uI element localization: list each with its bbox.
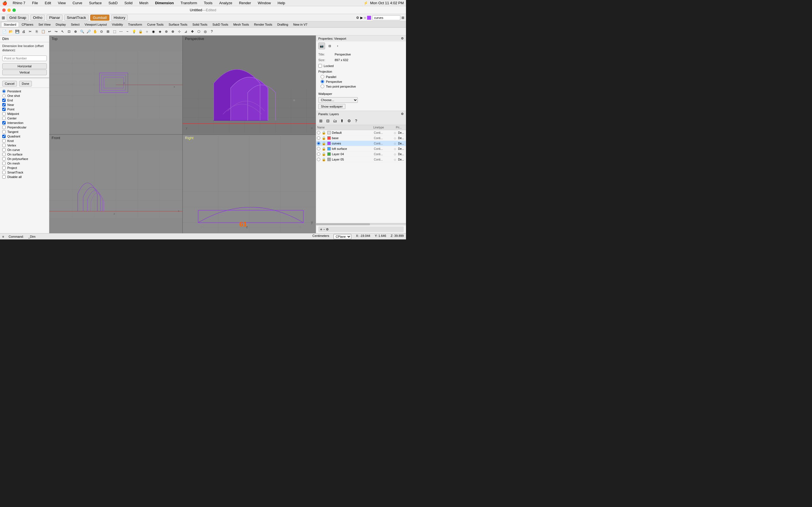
on-curve-check[interactable] xyxy=(2,148,6,152)
sidebar-toggle-btn[interactable]: ⊞ xyxy=(2,15,5,20)
tab-set-view[interactable]: Set View xyxy=(36,22,53,27)
tab-display[interactable]: Display xyxy=(53,22,68,27)
on-polysurface-check[interactable] xyxy=(2,157,6,161)
cplane-select[interactable]: CPlane xyxy=(334,234,351,239)
person-icon[interactable]: ♀ xyxy=(334,43,341,49)
circle-tool-btn[interactable]: ○ xyxy=(144,29,150,35)
new-layer-btn[interactable]: ⊞ xyxy=(318,118,324,124)
layer-lock-icon[interactable]: 🔒 xyxy=(321,147,326,151)
viewport-right[interactable]: 61 z y Right xyxy=(183,135,316,233)
ortho-btn[interactable]: Ortho xyxy=(31,15,45,20)
two-point-radio[interactable] xyxy=(320,84,324,88)
grid-btn[interactable]: ⊞ xyxy=(105,29,111,35)
tab-cplanes[interactable]: CPlanes xyxy=(19,22,36,27)
lock-btn[interactable]: 🔒 xyxy=(137,29,144,35)
menu-solid[interactable]: Solid xyxy=(123,1,134,5)
layer-visibility-icon[interactable] xyxy=(316,142,321,145)
dim-input[interactable] xyxy=(2,55,47,61)
center-check[interactable] xyxy=(2,117,6,120)
layer-lock-icon[interactable]: 🔒 xyxy=(321,142,326,145)
snap-on-polysurface[interactable]: On polysurface xyxy=(0,157,49,161)
zoom-plus-btn[interactable]: + xyxy=(320,227,322,231)
snap-project[interactable]: Project xyxy=(0,166,49,170)
snap-disable-all[interactable]: Disable all xyxy=(0,175,49,179)
undo-btn[interactable]: ↩ xyxy=(47,29,53,35)
layer-visibility-icon[interactable] xyxy=(316,158,321,161)
vertical-btn[interactable]: Vertical xyxy=(2,69,47,75)
select-btn[interactable]: ↖ xyxy=(59,29,66,35)
apple-icon[interactable]: 🍎 xyxy=(2,1,7,5)
print-btn[interactable]: 🖨 xyxy=(20,29,27,35)
tab-standard[interactable]: Standard xyxy=(1,22,19,27)
menu-render[interactable]: Render xyxy=(238,1,252,5)
sphere-btn[interactable]: ◉ xyxy=(150,29,156,35)
menu-view[interactable]: View xyxy=(57,1,67,5)
layer-visibility-icon[interactable] xyxy=(316,131,321,134)
layer-row[interactable]: 🔒 curves Conti... ◇ De... xyxy=(316,141,406,146)
tool9[interactable]: ⊕ xyxy=(170,29,176,35)
menu-tools[interactable]: Tools xyxy=(203,1,213,5)
snap-point[interactable]: Point xyxy=(0,107,49,112)
save-btn[interactable]: 💾 xyxy=(14,29,20,35)
new-sub-layer-btn[interactable]: ⊟ xyxy=(325,118,331,124)
window-select-btn[interactable]: ⊡ xyxy=(66,29,72,35)
persistent-radio[interactable] xyxy=(2,90,6,93)
layer-lock-icon[interactable]: 🔒 xyxy=(321,158,326,161)
mesh-btn[interactable]: ◈ xyxy=(157,29,163,35)
parallel-radio[interactable] xyxy=(320,75,324,78)
light-btn[interactable]: 💡 xyxy=(131,29,137,35)
redo-btn[interactable]: ↪ xyxy=(53,29,59,35)
gumball-btn[interactable]: Gumball xyxy=(90,15,109,20)
search-input[interactable] xyxy=(372,15,400,20)
locked-checkbox[interactable] xyxy=(318,64,322,68)
cut-btn[interactable]: ✂ xyxy=(27,29,33,35)
camera-icon[interactable]: 📷 xyxy=(318,43,325,49)
tab-curve-tools[interactable]: Curve Tools xyxy=(145,22,166,27)
layer-row[interactable]: 🔒 Default Conti... ◇ De... xyxy=(316,130,406,135)
tab-new-in-v7[interactable]: New in V7 xyxy=(291,22,310,27)
tab-solid-tools[interactable]: Solid Tools xyxy=(190,22,209,27)
up-layer-btn[interactable]: ⬆ xyxy=(339,118,345,124)
snap2[interactable]: ⊿ xyxy=(183,29,189,35)
menu-surface[interactable]: Surface xyxy=(88,1,103,5)
scrollbar-thumb[interactable] xyxy=(316,223,370,225)
layers-gear-icon[interactable]: ⚙ xyxy=(401,112,404,116)
horizontal-btn[interactable]: Horizontal xyxy=(2,63,47,69)
snap-on-surface[interactable]: On surface xyxy=(0,152,49,157)
new-btn[interactable]: 📄 xyxy=(1,29,7,35)
on-mesh-check[interactable] xyxy=(2,162,6,165)
layer-lock-icon[interactable]: 🔒 xyxy=(321,152,326,156)
cancel-btn[interactable]: Cancel xyxy=(2,81,17,87)
planar-btn[interactable]: Planar xyxy=(47,15,63,20)
smart-track-btn[interactable]: SmartTrack xyxy=(64,15,89,20)
end-check[interactable] xyxy=(2,99,6,102)
grid-snap-btn[interactable]: Grid Snap xyxy=(7,15,29,20)
intersection-check[interactable] xyxy=(2,121,6,124)
two-point-radio-item[interactable]: Two point perspective xyxy=(320,84,404,88)
snap-on-curve[interactable]: On curve xyxy=(0,148,49,152)
tab-viewport-layout[interactable]: Viewport Layout xyxy=(82,22,109,27)
show-wallpaper-btn[interactable]: Show wallpaper xyxy=(318,104,345,109)
layer-row[interactable]: 🔒 loft surface Conti... ◇ De... xyxy=(316,146,406,152)
delete-layer-btn[interactable]: 🗂 xyxy=(332,118,338,124)
layer-row[interactable]: 🔒 Layer 04 Conti... ◇ De... xyxy=(316,152,406,157)
open-btn[interactable]: 📂 xyxy=(8,29,14,35)
snap-tangent[interactable]: Tangent xyxy=(0,129,49,134)
viewport-front[interactable]: z x Front xyxy=(49,135,183,233)
snap-center[interactable]: Center xyxy=(0,116,49,121)
viewport-top[interactable]: y x Top xyxy=(49,36,183,134)
history-btn[interactable]: History xyxy=(111,15,128,20)
snap-perpendicular[interactable]: Perpendicular xyxy=(0,125,49,129)
menu-edit[interactable]: Edit xyxy=(44,1,52,5)
perpendicular-check[interactable] xyxy=(2,126,6,129)
settings-layer-btn[interactable]: ⚙ xyxy=(346,118,352,124)
layer-row[interactable]: 🔒 Layer 05 Conti... ◇ De... xyxy=(316,157,406,162)
smart-track-check[interactable] xyxy=(2,171,6,174)
menu-curve[interactable]: Curve xyxy=(71,1,84,5)
tool11[interactable]: ⬡ xyxy=(196,29,202,35)
layers-scrollbar[interactable] xyxy=(316,223,406,225)
near-check[interactable] xyxy=(2,103,6,107)
perspective-radio-item[interactable]: Perspective xyxy=(320,80,404,83)
layer-visibility-icon[interactable] xyxy=(316,136,321,140)
snap-knot[interactable]: Knot xyxy=(0,138,49,143)
